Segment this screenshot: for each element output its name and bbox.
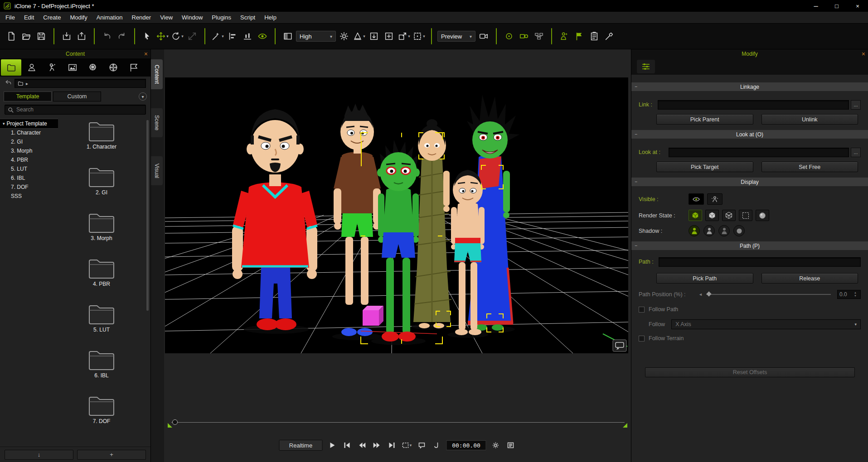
save-project-button[interactable] — [34, 29, 48, 44]
collapse-icon[interactable]: − — [633, 179, 639, 185]
visibility-button[interactable] — [256, 29, 269, 44]
range-start-marker[interactable] — [168, 423, 172, 428]
gizmo-button[interactable]: ▾ — [397, 29, 411, 44]
category-scene-button[interactable] — [62, 59, 82, 76]
undo-button[interactable] — [100, 29, 114, 44]
path-position-knob[interactable] — [706, 291, 711, 296]
menu-render[interactable]: Render — [127, 12, 156, 23]
tree-item-2-gi[interactable]: 2. GI — [0, 137, 58, 146]
category-template-button[interactable] — [1, 59, 21, 76]
export-button[interactable] — [75, 29, 88, 44]
back-button[interactable] — [5, 79, 12, 88]
release-button[interactable]: Release — [761, 273, 858, 284]
render-mode-button[interactable] — [281, 29, 295, 44]
playhead-knob[interactable] — [172, 419, 178, 425]
tree-item-1-character[interactable]: 1. Character — [0, 128, 58, 137]
render-state-smooth-button[interactable] — [756, 210, 769, 221]
path-position-slider[interactable] — [706, 294, 831, 295]
modify-panel-close-button[interactable]: × — [862, 50, 865, 58]
category-effects-button[interactable] — [123, 59, 144, 76]
selection-mode-button[interactable]: ▾ — [412, 29, 426, 44]
tree-item-7-dof[interactable]: 7. DOF — [0, 183, 58, 192]
range-end-marker[interactable] — [623, 423, 627, 428]
tree-item-sss[interactable]: SSS — [0, 192, 58, 201]
section-linkage[interactable]: − Linkage — [631, 82, 868, 91]
collapse-icon[interactable]: − — [633, 243, 639, 249]
scale-tool-button[interactable] — [185, 29, 199, 44]
path-position-spinbox[interactable]: ▲ ▼ — [837, 290, 861, 299]
pick-avatar-button[interactable] — [558, 29, 571, 44]
new-project-button[interactable] — [5, 29, 18, 44]
folder-1-character[interactable]: 1. Character — [60, 119, 143, 150]
menu-animation[interactable]: Animation — [92, 12, 127, 23]
folder-7-dof[interactable]: 7. DOF — [60, 394, 143, 424]
look-at-input[interactable] — [669, 148, 849, 157]
category-media-button[interactable] — [103, 59, 123, 76]
render-options-button[interactable] — [490, 440, 501, 450]
spinner-arrows[interactable]: ▲ ▼ — [854, 291, 857, 297]
shadow-self-button[interactable] — [718, 225, 730, 236]
visible-on-button[interactable] — [689, 193, 704, 205]
maximize-button[interactable]: □ — [826, 0, 847, 12]
go-to-end-button[interactable] — [387, 440, 398, 450]
render-state-bounding-button[interactable] — [739, 210, 752, 221]
menu-window[interactable]: Window — [177, 12, 207, 23]
section-look-at[interactable]: − Look at (O) — [631, 130, 868, 139]
spinner-down-icon[interactable]: ▼ — [854, 294, 857, 298]
section-path[interactable]: − Path (P) — [631, 241, 868, 250]
realtime-button[interactable]: Realtime — [279, 440, 323, 451]
sky-button[interactable]: ▾ — [352, 29, 366, 44]
timeline-track[interactable] — [171, 422, 625, 423]
category-head-button[interactable] — [82, 59, 103, 76]
pick-target-button[interactable]: Pick Target — [656, 162, 753, 172]
folder-5-lut[interactable]: 5. LUT — [60, 302, 143, 333]
tree-expand-icon[interactable]: ▾ — [3, 121, 5, 126]
menu-create[interactable]: Create — [39, 12, 65, 23]
folder-6-ibl[interactable]: 6. IBL — [60, 348, 143, 379]
tab-custom[interactable]: Custom — [53, 91, 101, 101]
close-button[interactable]: × — [847, 0, 868, 12]
quality-select[interactable]: High ▾ — [296, 31, 336, 42]
look-at-more-button[interactable]: ... — [851, 148, 861, 157]
spinner-up-icon[interactable]: ▲ — [854, 291, 857, 294]
tree-item-3-morph[interactable]: 3. Morph — [0, 146, 58, 155]
menu-view[interactable]: View — [155, 12, 177, 23]
add-content-button[interactable]: + — [77, 450, 146, 460]
ambient-light-button[interactable] — [337, 29, 351, 44]
tree-item-4-pbr[interactable]: 4. PBR — [0, 155, 58, 164]
collapse-icon[interactable]: − — [633, 84, 639, 90]
visible-viewer-button[interactable] — [707, 193, 723, 205]
render-state-textured-button[interactable] — [689, 210, 702, 221]
redo-button[interactable] — [115, 29, 129, 44]
play-button[interactable] — [327, 440, 338, 450]
side-tab-visual[interactable]: Visual — [151, 156, 163, 185]
next-frame-button[interactable] — [372, 440, 383, 450]
pick-path-button[interactable]: Pick Path — [656, 273, 753, 284]
move-tool-button[interactable]: ▾ — [155, 29, 169, 44]
folder-2-gi[interactable]: 2. GI — [60, 165, 143, 196]
shadow-none-button[interactable] — [733, 225, 745, 236]
link-tool-button[interactable]: ▾ — [211, 29, 224, 44]
follow-path-checkbox[interactable] — [639, 307, 645, 313]
render-state-solid-button[interactable] — [705, 210, 719, 221]
menu-script[interactable]: Script — [236, 12, 260, 23]
tree-item-6-ibl[interactable]: 6. IBL — [0, 173, 58, 183]
flag-button[interactable] — [572, 29, 586, 44]
menu-help[interactable]: Help — [260, 12, 281, 23]
apply-down-button[interactable]: ↓ — [5, 450, 73, 460]
follow-camera-button[interactable] — [517, 29, 531, 44]
link-input[interactable] — [658, 100, 849, 110]
follow-axis-select[interactable]: X Axis ▾ — [671, 319, 861, 329]
menu-plugins[interactable]: Plugins — [207, 12, 236, 23]
tab-template[interactable]: Template — [4, 91, 52, 101]
slider-left-arrow-icon[interactable]: ◄ — [698, 292, 703, 297]
caption-button[interactable] — [417, 440, 427, 450]
path-position-value[interactable] — [838, 291, 854, 298]
menu-modify[interactable]: Modify — [65, 12, 92, 23]
select-tool-button[interactable] — [141, 29, 154, 44]
orbit-camera-button[interactable] — [502, 29, 516, 44]
set-free-button[interactable]: Set Free — [761, 162, 858, 172]
ground-snap-button[interactable] — [367, 29, 381, 44]
modify-sliders-tab[interactable] — [637, 60, 655, 73]
folder-list-scrollbar[interactable] — [146, 120, 149, 311]
